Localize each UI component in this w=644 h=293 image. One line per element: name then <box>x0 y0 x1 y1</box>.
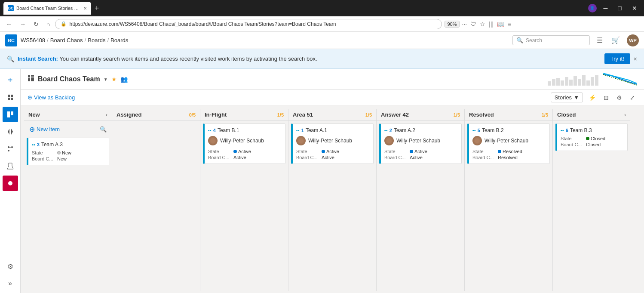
breadcrumb-org[interactable]: WS56408 <box>21 37 45 43</box>
star-icon[interactable]: ☆ <box>480 21 485 28</box>
collections-icon[interactable]: ||| <box>489 21 494 28</box>
shield-icon[interactable]: 🛡 <box>470 21 476 28</box>
work-card-2[interactable]: ▪▪ 2 Team A.2 Willy-Peter Schaub State <box>379 123 462 164</box>
column-header-inflight: In-Flight 1/5 <box>200 109 288 121</box>
view-as-backlog-link[interactable]: ⊕ View as Backlog <box>28 94 75 101</box>
column-body-answer42: ▪▪ 2 Team A.2 Willy-Peter Schaub State <box>377 121 464 291</box>
column-body-area51: ▪▪ 1 Team A.1 Willy-Peter Schaub State <box>288 121 376 291</box>
filter-icon[interactable]: ⊟ <box>601 93 611 102</box>
close-button[interactable]: ✕ <box>629 3 641 13</box>
card-3-title[interactable]: Team A.3 <box>41 142 105 148</box>
breadcrumb-project[interactable]: Board Chaos <box>50 37 83 43</box>
browser-tab[interactable]: BC Board Chaos Team Stories Boa... ✕ <box>3 2 91 15</box>
minimize-button[interactable]: ─ <box>600 3 611 13</box>
column-resolved: Resolved 1/5 ▪▪ 5 Team B.2 Willy-Peter S… <box>465 109 553 291</box>
search-box[interactable]: 🔍 Search <box>512 35 590 45</box>
sidebar-item-test[interactable] <box>3 158 18 174</box>
card-1-id[interactable]: 1 <box>301 128 304 133</box>
new-item-button[interactable]: ⊕ New item <box>29 125 60 133</box>
board-dropdown-icon[interactable]: ▼ <box>104 77 108 82</box>
card-2-id[interactable]: 2 <box>389 128 392 133</box>
card-2-title[interactable]: Team A.2 <box>394 127 458 133</box>
card-5-id[interactable]: 5 <box>478 128 480 133</box>
card-6-title[interactable]: Team B.3 <box>570 127 624 133</box>
maximize-button[interactable]: □ <box>615 3 625 13</box>
card-1-avatar <box>296 136 306 145</box>
column-header-closed: Closed › <box>553 109 630 121</box>
card-4-title[interactable]: Team B.1 <box>218 127 282 133</box>
sidebar-item-repos[interactable] <box>3 124 18 139</box>
column-count-answer42: 1/5 <box>454 112 460 117</box>
new-item-search-icon[interactable]: 🔍 <box>100 126 107 133</box>
column-expand-closed[interactable]: › <box>624 112 626 118</box>
work-card-1[interactable]: ▪▪ 1 Team A.1 Willy-Peter Schaub State <box>291 123 374 164</box>
card-5-board-label: Board C... <box>472 155 496 160</box>
url-input[interactable]: 🔒 https://dev.azure.com/WS56408/Board Ch… <box>55 19 442 29</box>
refresh-button[interactable]: ↻ <box>31 20 41 28</box>
column-header-resolved: Resolved 1/5 <box>465 109 552 121</box>
shopping-icon[interactable]: 🛒 <box>610 34 622 46</box>
card-6-id[interactable]: 6 <box>566 128 568 133</box>
fullscreen-icon[interactable]: ⤢ <box>628 93 637 102</box>
forward-button[interactable]: → <box>17 20 28 28</box>
sidebar-item-artifacts[interactable] <box>3 176 18 191</box>
card-6-type-icon: ▪▪ <box>561 128 564 133</box>
banner-bold-text: Instant Search: <box>18 56 58 62</box>
card-5-board-value: Resolved <box>498 155 518 160</box>
banner-close-button[interactable]: × <box>634 56 637 62</box>
tab-close-button[interactable]: ✕ <box>83 6 87 11</box>
work-card-3[interactable]: ▪▪ 3 Team A.3 State New Board <box>27 138 109 165</box>
column-count-area51: 1/5 <box>365 112 372 117</box>
card-4-board-label: Board C... <box>208 155 232 160</box>
reader-icon[interactable]: 📖 <box>497 21 504 28</box>
user-avatar[interactable]: WP <box>627 34 639 46</box>
stories-dropdown[interactable]: Stories ▼ <box>551 93 583 102</box>
settings-menu-icon[interactable]: ≡ <box>508 21 511 28</box>
settings-icon[interactable]: ⚙ <box>614 93 624 102</box>
board-title-section: Board Chaos Team ▼ ★ 👥 <box>28 75 128 83</box>
board-team-icon[interactable]: 👥 <box>120 76 128 83</box>
column-closed: Closed › ▪▪ 6 Team B.3 State <box>553 109 630 291</box>
card-1-title[interactable]: Team A.1 <box>306 127 370 133</box>
svg-point-6 <box>8 146 9 148</box>
svg-point-7 <box>11 146 13 148</box>
breadcrumb-boards-1[interactable]: Boards <box>88 37 105 43</box>
breadcrumb-boards-2[interactable]: Boards <box>110 37 128 43</box>
work-card-4[interactable]: ▪▪ 4 Team B.1 Willy-Peter Schaub State <box>203 123 285 164</box>
back-button[interactable]: ← <box>3 20 15 28</box>
banner-content: 🔍 Instant Search: You can instantly sear… <box>7 56 317 62</box>
try-it-button[interactable]: Try it! <box>604 53 630 64</box>
card-3-state-value: New <box>57 150 71 155</box>
column-inflight: In-Flight 1/5 ▪▪ 4 Team B.1 Willy-Peter … <box>200 109 288 291</box>
svg-rect-16 <box>552 79 555 86</box>
work-card-5[interactable]: ▪▪ 5 Team B.2 Willy-Peter Schaub State <box>467 123 550 164</box>
board-title: Board Chaos Team <box>38 75 100 83</box>
board-header-right <box>548 72 637 86</box>
new-tab-button[interactable]: + <box>95 4 99 13</box>
board-favorite-icon[interactable]: ★ <box>111 76 117 83</box>
list-view-icon[interactable]: ☰ <box>595 34 604 46</box>
more-button[interactable]: ··· <box>462 21 467 28</box>
column-body-closed: ▪▪ 6 Team B.3 State Closed Bo <box>553 121 630 291</box>
sidebar-item-boards[interactable] <box>3 107 18 122</box>
work-card-6[interactable]: ▪▪ 6 Team B.3 State Closed Bo <box>555 123 628 151</box>
column-title-assigned: Assigned <box>117 111 187 118</box>
card-5-type-icon: ▪▪ <box>472 128 476 133</box>
card-2-state-value: Active <box>410 149 427 154</box>
banner-search-icon: 🔍 <box>7 56 14 62</box>
sidebar-expand-icon[interactable]: » <box>3 276 18 291</box>
card-4-board-row: Board C... Active <box>208 155 282 160</box>
sidebar-settings-icon[interactable]: ⚙ <box>3 259 18 274</box>
sidebar-item-home[interactable] <box>3 89 18 105</box>
card-3-id[interactable]: 3 <box>37 142 40 147</box>
home-button[interactable]: ⌂ <box>44 20 52 28</box>
card-5-state-row: State Resolved <box>472 149 546 154</box>
column-collapse-new[interactable]: ‹ <box>106 112 107 118</box>
filter-settings-icon[interactable]: ⚡ <box>586 93 598 102</box>
sidebar-add-button[interactable]: + <box>3 72 18 88</box>
card-5-title[interactable]: Team B.2 <box>482 127 546 133</box>
card-4-id[interactable]: 4 <box>213 128 216 133</box>
extension-icon[interactable]: 👤 <box>588 4 597 12</box>
sidebar-item-pipelines[interactable] <box>3 141 18 157</box>
column-count-inflight: 1/5 <box>277 112 284 117</box>
